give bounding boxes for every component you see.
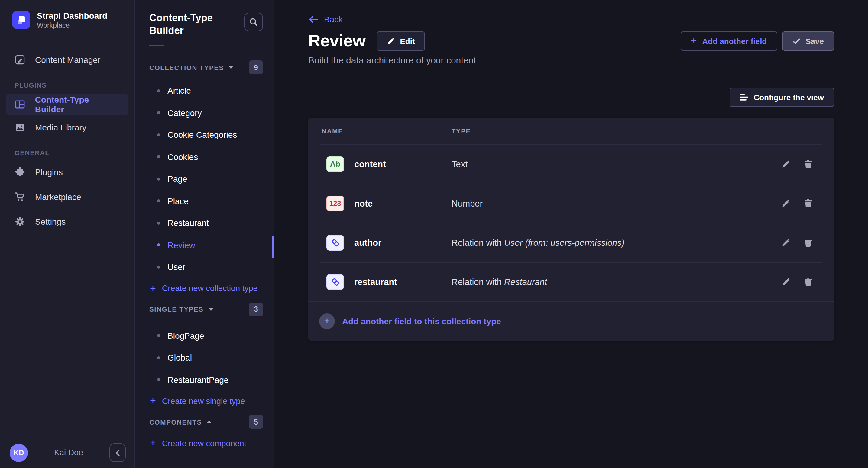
- single-types-label: SINGLE TYPES: [149, 306, 204, 313]
- strapi-logo: [12, 11, 30, 29]
- bullet-icon: [157, 222, 160, 225]
- delete-field-button[interactable]: [804, 238, 812, 247]
- collection-type-place[interactable]: Place: [135, 190, 274, 212]
- create-component-link[interactable]: + Create new component: [135, 434, 274, 452]
- create-component-label: Create new component: [162, 439, 246, 448]
- collection-type-user[interactable]: User: [135, 256, 274, 278]
- back-label: Back: [324, 14, 343, 24]
- add-another-field-button[interactable]: + Add another field: [681, 31, 777, 51]
- save-label: Save: [805, 37, 824, 45]
- collection-type-article[interactable]: Article: [135, 80, 274, 102]
- collection-type-category[interactable]: Category: [135, 102, 274, 124]
- bullet-icon: [157, 378, 160, 381]
- collection-types-count: 9: [249, 60, 263, 74]
- main-content: Back Review Edit + Add another field: [274, 0, 868, 468]
- trash-icon: [804, 277, 812, 286]
- pencil-icon: [781, 160, 790, 168]
- back-link[interactable]: Back: [308, 14, 343, 24]
- relation-link-icon: [330, 277, 340, 287]
- fields-table-card: NAME TYPE Ab content Text: [308, 118, 834, 341]
- sidebar-item-content-manager[interactable]: Content Manager: [6, 49, 128, 71]
- text-field-badge: Ab: [327, 156, 344, 172]
- sidebar-item-label: Settings: [35, 217, 66, 227]
- sidebar-item-settings[interactable]: Settings: [6, 211, 128, 233]
- sidebar-item-plugins[interactable]: Plugins: [6, 161, 128, 183]
- components-section-header[interactable]: COMPONENTS 5: [135, 415, 274, 429]
- brand-text: Strapi Dashboard Workplace: [37, 10, 107, 30]
- single-types-section-header[interactable]: SINGLE TYPES 3: [135, 302, 274, 316]
- collection-type-review[interactable]: Review: [135, 234, 274, 256]
- pencil-icon: [781, 238, 790, 247]
- single-type-restaurantpage[interactable]: RestaurantPage: [135, 369, 274, 391]
- delete-field-button[interactable]: [804, 277, 812, 286]
- collection-type-page[interactable]: Page: [135, 168, 274, 190]
- delete-field-button[interactable]: [804, 199, 812, 208]
- bullet-icon: [157, 244, 160, 247]
- subnav-title: Content-Type Builder: [149, 11, 228, 37]
- collection-type-label: Page: [167, 174, 187, 184]
- pen-square-icon: [14, 54, 25, 65]
- chevron-up-icon: [207, 420, 212, 423]
- edit-field-button[interactable]: [781, 160, 790, 168]
- single-type-label: Global: [167, 353, 192, 363]
- chevron-left-icon: [115, 449, 121, 456]
- create-collection-type-link[interactable]: + Create new collection type: [135, 279, 274, 297]
- sidebar-item-label: Marketplace: [35, 192, 81, 202]
- image-icon: [14, 122, 25, 133]
- arrow-left-icon: [308, 15, 318, 24]
- field-type: Number: [452, 198, 483, 208]
- single-type-label: BlogPage: [167, 331, 204, 341]
- collapse-sidebar-button[interactable]: [110, 443, 126, 462]
- content-type-builder-subnav: Content-Type Builder COLLECTION TYPES 9 …: [135, 0, 274, 468]
- edit-button[interactable]: Edit: [376, 31, 425, 51]
- collection-type-restaurant[interactable]: Restaurant: [135, 212, 274, 234]
- number-field-badge: 123: [327, 195, 344, 211]
- pencil-icon: [781, 199, 790, 207]
- collection-type-label: Cookie Categories: [167, 130, 237, 140]
- edit-field-button[interactable]: [781, 199, 790, 207]
- chevron-down-icon: [208, 308, 213, 311]
- search-button[interactable]: [244, 13, 263, 31]
- edit-label: Edit: [400, 37, 415, 45]
- collection-types-list: Article Category Cookie Categories Cooki…: [135, 80, 274, 278]
- trash-icon: [804, 199, 812, 208]
- collection-type-label: Place: [167, 196, 189, 206]
- brand: Strapi Dashboard Workplace: [0, 0, 134, 40]
- edit-field-button[interactable]: [781, 238, 790, 247]
- bullet-icon: [157, 266, 160, 269]
- field-type: Text: [452, 159, 468, 169]
- collection-types-label: COLLECTION TYPES: [149, 64, 224, 71]
- collection-type-cookies[interactable]: Cookies: [135, 146, 274, 168]
- collection-type-label: Cookies: [167, 152, 198, 162]
- collection-type-label: User: [167, 262, 185, 272]
- create-single-type-link[interactable]: + Create new single type: [135, 392, 274, 410]
- sidebar-item-marketplace[interactable]: Marketplace: [6, 186, 128, 208]
- single-type-global[interactable]: Global: [135, 346, 274, 369]
- sidebar-item-content-type-builder[interactable]: Content-Type Builder: [6, 94, 128, 115]
- plus-icon: +: [150, 395, 156, 407]
- configure-view-button[interactable]: Configure the view: [729, 88, 834, 107]
- collection-type-cookie-categories[interactable]: Cookie Categories: [135, 124, 274, 146]
- save-button[interactable]: Save: [782, 31, 834, 51]
- add-field-to-collection-row[interactable]: + Add another field to this collection t…: [308, 301, 834, 341]
- field-name: author: [354, 238, 381, 247]
- single-type-blogpage[interactable]: BlogPage: [135, 325, 274, 346]
- sidebar-section-general: GENERAL: [14, 149, 120, 157]
- plus-icon: +: [150, 282, 156, 294]
- collection-types-section-header[interactable]: COLLECTION TYPES 9: [135, 60, 274, 74]
- relation-link-icon: [330, 238, 340, 247]
- add-field-to-collection-label: Add another field to this collection typ…: [342, 316, 501, 326]
- page-title: Review: [308, 31, 365, 51]
- page-subtitle: Build the data architecture of your cont…: [308, 55, 834, 65]
- components-count: 5: [249, 415, 263, 429]
- bullet-icon: [157, 177, 160, 180]
- main-sidebar: Strapi Dashboard Workplace Content Manag…: [0, 0, 135, 468]
- bullet-icon: [157, 89, 160, 92]
- sidebar-item-label: Content Manager: [35, 55, 100, 65]
- edit-field-button[interactable]: [781, 277, 790, 286]
- sidebar-item-media-library[interactable]: Media Library: [6, 116, 128, 138]
- create-single-type-label: Create new single type: [162, 396, 245, 405]
- table-row: author Relation with User (from: users-p…: [308, 223, 834, 262]
- delete-field-button[interactable]: [804, 159, 812, 168]
- column-header-type: TYPE: [452, 127, 471, 135]
